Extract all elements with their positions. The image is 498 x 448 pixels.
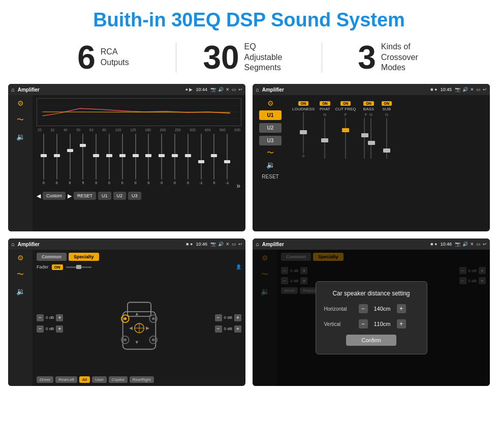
eq-icon[interactable]: ⚙ bbox=[17, 99, 24, 107]
vertical-value-row: − 110cm + bbox=[359, 319, 406, 328]
eq-slider-4[interactable]: 0 bbox=[90, 134, 102, 190]
x-icon-3: ✕ bbox=[226, 242, 230, 247]
u1-preset[interactable]: U1 bbox=[259, 110, 282, 120]
all-btn-3[interactable]: All bbox=[79, 376, 90, 383]
user-btn-3[interactable]: User bbox=[92, 376, 107, 383]
vol-fr-plus[interactable]: + bbox=[234, 314, 241, 321]
volume-icon: 🔊 bbox=[218, 87, 224, 92]
eq-slider-2[interactable]: 0 bbox=[64, 134, 76, 190]
more-icon[interactable]: » bbox=[236, 182, 240, 190]
vertical-minus-btn[interactable]: − bbox=[359, 319, 368, 328]
tab-common-3[interactable]: Common bbox=[37, 253, 67, 261]
vol-rl-plus[interactable]: + bbox=[56, 325, 63, 333]
back-icon[interactable]: ↩ bbox=[238, 87, 242, 92]
wave-icon-2[interactable]: 〜 bbox=[267, 148, 274, 158]
dot-icon-2: ■ ● bbox=[430, 87, 437, 92]
phat-on[interactable]: ON bbox=[320, 101, 330, 106]
speaker-icon-3[interactable]: 🔉 bbox=[16, 287, 25, 295]
phat-slider[interactable] bbox=[320, 118, 330, 159]
home-icon-3[interactable]: ⌂ bbox=[11, 241, 15, 247]
eq-slider-12[interactable]: -1 bbox=[195, 134, 207, 190]
fader-on-badge-3[interactable]: ON bbox=[52, 264, 63, 270]
loudness-label: LOUDNESS bbox=[292, 107, 315, 111]
left-sidebar-1: ⚙ 〜 🔉 bbox=[8, 95, 33, 231]
eq-slider-0[interactable]: 0 bbox=[38, 134, 50, 190]
reset-btn-1[interactable]: RESET bbox=[74, 192, 96, 200]
u2-btn-1[interactable]: U2 bbox=[113, 192, 127, 200]
mode-tabs-3: Common Specialty bbox=[37, 253, 241, 261]
custom-btn[interactable]: Custom bbox=[43, 192, 66, 200]
rearleft-btn-3[interactable]: RearLeft bbox=[55, 376, 77, 383]
volume-icon-4: 🔊 bbox=[462, 242, 468, 247]
home-icon-4[interactable]: ⌂ bbox=[256, 241, 259, 247]
eq-icon-2[interactable]: ⚙ bbox=[267, 99, 274, 107]
eq-slider-1[interactable]: 0 bbox=[51, 134, 63, 190]
loudness-slider[interactable] bbox=[298, 112, 308, 153]
speaker-icon-2[interactable]: 🔉 bbox=[266, 161, 275, 169]
screen1-content: ⚙ 〜 🔉 bbox=[8, 95, 245, 231]
back-icon-4[interactable]: ↩ bbox=[483, 242, 487, 247]
copilot-btn-3[interactable]: Copilot bbox=[109, 376, 128, 383]
eq-icon-3[interactable]: ⚙ bbox=[17, 254, 24, 262]
horizontal-value-row: − 140cm + bbox=[359, 304, 406, 313]
u1-btn-1[interactable]: U1 bbox=[98, 192, 111, 200]
horizontal-plus-btn[interactable]: + bbox=[397, 304, 406, 313]
vol-rr-minus[interactable]: − bbox=[215, 325, 222, 333]
next-btn[interactable]: ▶ bbox=[68, 193, 72, 199]
bass-slider[interactable] bbox=[361, 118, 377, 159]
eq-slider-13[interactable]: 0 bbox=[208, 134, 221, 190]
cutfreq-on[interactable]: ON bbox=[340, 101, 351, 106]
loudness-on[interactable]: ON bbox=[298, 101, 309, 106]
u2-preset[interactable]: U2 bbox=[259, 123, 282, 133]
bass-on[interactable]: ON bbox=[363, 101, 374, 106]
vol-rr-plus[interactable]: + bbox=[234, 325, 241, 333]
stat-rca-text: RCA Outputs bbox=[101, 47, 129, 68]
eq-slider-5[interactable]: 0 bbox=[103, 134, 115, 190]
sub-slider[interactable] bbox=[382, 118, 392, 159]
eq-slider-6[interactable]: 0 bbox=[116, 134, 129, 190]
u3-btn-1[interactable]: U3 bbox=[128, 192, 141, 200]
wave-icon[interactable]: 〜 bbox=[17, 115, 24, 125]
eq-slider-11[interactable]: 0 bbox=[182, 134, 194, 190]
eq-slider-8[interactable]: 0 bbox=[143, 134, 155, 190]
svg-rect-12 bbox=[361, 133, 368, 137]
freq-320: 320 bbox=[190, 128, 196, 132]
eq-slider-7[interactable]: 0 bbox=[130, 134, 142, 190]
reset-label-2[interactable]: RESET bbox=[262, 174, 278, 180]
tab-specialty-3[interactable]: Specialty bbox=[69, 253, 99, 261]
screen3-left-sidebar: ⚙ 〜 🔉 bbox=[8, 250, 33, 386]
home-icon-2[interactable]: ⌂ bbox=[256, 86, 259, 93]
freq-160: 160 bbox=[145, 128, 151, 132]
topbar-title-2: Amplifier bbox=[262, 87, 427, 93]
eq-slider-14[interactable]: -1 bbox=[221, 134, 233, 190]
topbar-3: ⌂ Amplifier ■ ● 10:46 📷 🔊 ✕ ▭ ↩ bbox=[8, 238, 245, 250]
cutfreq-slider[interactable] bbox=[340, 118, 351, 159]
eq-slider-3[interactable]: 5 bbox=[77, 134, 89, 190]
vol-fl-minus[interactable]: − bbox=[37, 314, 44, 321]
horizontal-minus-btn[interactable]: − bbox=[359, 304, 368, 313]
driver-btn-3[interactable]: Driver bbox=[37, 376, 53, 383]
rearright-btn-3[interactable]: RearRight bbox=[130, 376, 154, 383]
fader-slider-3[interactable] bbox=[66, 264, 91, 270]
vol-rl-minus[interactable]: − bbox=[37, 325, 44, 333]
eq-slider-10[interactable]: 0 bbox=[169, 134, 181, 190]
home-icon[interactable]: ⌂ bbox=[11, 86, 15, 93]
wave-icon-3[interactable]: 〜 bbox=[17, 270, 24, 279]
screen-eq: ⌂ Amplifier ● ▶ 10:44 📷 🔊 ✕ ▭ ↩ ⚙ 〜 🔉 bbox=[8, 84, 245, 231]
vol-fr-minus[interactable]: − bbox=[215, 314, 222, 321]
u3-preset[interactable]: U3 bbox=[259, 136, 282, 145]
screen-speaker-layout: ⌂ Amplifier ■ ● 10:46 📷 🔊 ✕ ▭ ↩ ⚙ 〜 🔉 Co… bbox=[8, 238, 245, 386]
freq-400: 400 bbox=[205, 128, 211, 132]
prev-btn[interactable]: ◀ bbox=[37, 193, 41, 199]
vertical-value: 110cm bbox=[371, 321, 394, 327]
eq-slider-9[interactable]: 0 bbox=[155, 134, 168, 190]
sub-on[interactable]: ON bbox=[382, 101, 392, 106]
freq-125: 125 bbox=[130, 128, 136, 132]
speaker-icon[interactable]: 🔉 bbox=[16, 133, 25, 141]
vol-fl-plus[interactable]: + bbox=[56, 314, 63, 321]
confirm-button[interactable]: Confirm bbox=[346, 335, 396, 346]
vertical-plus-btn[interactable]: + bbox=[397, 319, 406, 328]
back-icon-2[interactable]: ↩ bbox=[483, 87, 487, 92]
freq-80: 80 bbox=[102, 128, 106, 132]
back-icon-3[interactable]: ↩ bbox=[238, 242, 242, 247]
